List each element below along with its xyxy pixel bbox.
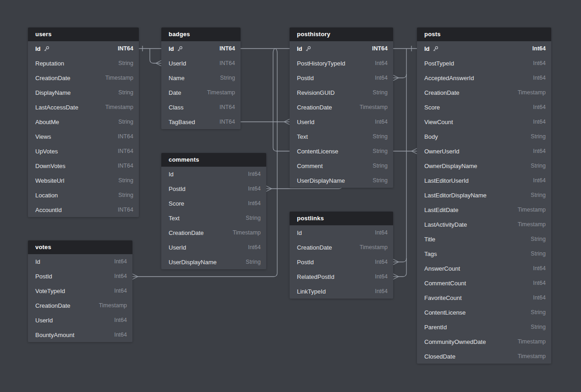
field-row-posthistory-Text[interactable]: TextString: [290, 129, 393, 144]
relationship-line-branch-to-badges-userid[interactable]: [150, 49, 156, 63]
field-row-comments-Text[interactable]: TextString: [161, 211, 266, 225]
field-row-badges-Id[interactable]: IdINT64: [161, 41, 241, 56]
field-row-posts-LastEditorUserId[interactable]: LastEditorUserIdInt64: [417, 173, 551, 188]
field-name: LastEditorDisplayName: [424, 192, 487, 199]
field-name: LastEditDate: [424, 207, 458, 213]
field-row-users-UpVotes[interactable]: UpVotesINT64: [28, 144, 139, 158]
many-cardinality-marker: [266, 189, 272, 191]
field-row-posts-CreationDate[interactable]: CreationDateTimestamp: [417, 85, 551, 100]
field-row-badges-UserId[interactable]: UserIdINT64: [161, 56, 241, 71]
many-cardinality-marker: [393, 262, 399, 265]
field-row-postlinks-RelatedPostId[interactable]: RelatedPostIdInt64: [290, 269, 393, 284]
field-row-comments-UserDisplayName[interactable]: UserDisplayNameString: [161, 255, 266, 269]
field-row-users-CreationDate[interactable]: CreationDateTimestamp: [28, 71, 139, 85]
field-name: LastAccessDate: [35, 104, 78, 111]
field-row-badges-Name[interactable]: NameString: [161, 71, 241, 85]
field-row-posts-PostTypeId[interactable]: PostTypeIdInt64: [417, 56, 551, 71]
table-header-posts[interactable]: posts: [417, 27, 551, 41]
field-row-users-AboutMe[interactable]: AboutMeString: [28, 114, 139, 129]
field-row-posts-Title[interactable]: TitleString: [417, 232, 551, 246]
table-comments[interactable]: commentsIdInt64PostIdInt64ScoreInt64Text…: [161, 153, 266, 269]
table-header-postlinks[interactable]: postlinks: [290, 212, 393, 225]
field-row-comments-PostId[interactable]: PostIdInt64: [161, 181, 266, 196]
field-row-posts-AnswerCount[interactable]: AnswerCountInt64: [417, 261, 551, 276]
field-row-comments-CreationDate[interactable]: CreationDateTimestamp: [161, 225, 266, 240]
relationship-line-posthistory-postid-join[interactable]: [399, 74, 406, 78]
field-row-votes-PostId[interactable]: PostIdInt64: [28, 269, 132, 283]
field-row-posts-LastActivityDate[interactable]: LastActivityDateTimestamp: [417, 217, 551, 232]
field-row-users-Id[interactable]: IdINT64: [28, 41, 139, 56]
field-row-posthistory-PostId[interactable]: PostIdInt64: [290, 71, 393, 85]
field-row-posthistory-Comment[interactable]: CommentString: [290, 158, 393, 173]
field-row-posts-LastEditorDisplayName[interactable]: LastEditorDisplayNameString: [417, 188, 551, 202]
field-type: INT64: [219, 45, 235, 52]
relationship-line-postlinks-relatedpostid-join[interactable]: [399, 273, 406, 277]
field-row-votes-UserId[interactable]: UserIdInt64: [28, 313, 132, 327]
table-votes[interactable]: votesIdInt64PostIdInt64VoteTypeIdInt64Cr…: [28, 240, 132, 342]
field-row-postlinks-LinkTypeId[interactable]: LinkTypeIdInt64: [290, 284, 393, 299]
field-type: String: [118, 60, 133, 66]
field-row-badges-Date[interactable]: DateTimestamp: [161, 85, 241, 100]
table-header-comments[interactable]: comments: [161, 153, 266, 167]
field-row-postlinks-CreationDate[interactable]: CreationDateTimestamp: [290, 240, 393, 255]
table-users[interactable]: usersIdINT64ReputationStringCreationDate…: [28, 27, 139, 217]
field-row-badges-Class[interactable]: ClassINT64: [161, 100, 241, 114]
field-name: UserId: [169, 60, 186, 67]
table-header-votes[interactable]: votes: [28, 240, 132, 254]
field-row-comments-UserId[interactable]: UserIdInt64: [161, 240, 266, 255]
field-row-votes-Id[interactable]: IdInt64: [28, 254, 132, 269]
field-row-users-Location[interactable]: LocationString: [28, 188, 139, 202]
field-row-users-DisplayName[interactable]: DisplayNameString: [28, 85, 139, 100]
field-row-votes-BountyAmount[interactable]: BountyAmountInt64: [28, 327, 132, 342]
field-row-posthistory-PostHistoryTypeId[interactable]: PostHistoryTypeIdInt64: [290, 56, 393, 71]
table-postlinks[interactable]: postlinksIdInt64CreationDateTimestampPos…: [290, 212, 393, 299]
field-name: LastActivityDate: [424, 221, 467, 228]
field-row-posthistory-UserDisplayName[interactable]: UserDisplayNameString: [290, 173, 393, 188]
field-name: Id: [35, 258, 40, 265]
field-row-posts-ContentLicense[interactable]: ContentLicenseString: [417, 305, 551, 320]
field-row-posthistory-ContentLicense[interactable]: ContentLicenseString: [290, 144, 393, 158]
field-row-posts-ViewCount[interactable]: ViewCountInt64: [417, 114, 551, 129]
field-name: Name: [169, 75, 185, 82]
field-row-users-Views[interactable]: ViewsINT64: [28, 129, 139, 144]
field-row-posts-Id[interactable]: IdInt64: [417, 41, 551, 56]
field-row-postlinks-Id[interactable]: IdInt64: [290, 225, 393, 240]
field-row-postlinks-PostId[interactable]: PostIdInt64: [290, 255, 393, 269]
field-row-posts-Tags[interactable]: TagsString: [417, 246, 551, 261]
schema-diagram-canvas[interactable]: usersIdINT64ReputationStringCreationDate…: [0, 0, 581, 392]
field-row-users-Reputation[interactable]: ReputationString: [28, 56, 139, 71]
field-row-posts-OwnerUserId[interactable]: OwnerUserIdInt64: [417, 144, 551, 158]
field-row-users-LastAccessDate[interactable]: LastAccessDateTimestamp: [28, 100, 139, 114]
field-row-posts-ClosedDate[interactable]: ClosedDateTimestamp: [417, 349, 551, 364]
table-posts[interactable]: postsIdInt64PostTypeIdInt64AcceptedAnswe…: [417, 27, 551, 364]
field-row-badges-TagBased[interactable]: TagBasedINT64: [161, 114, 241, 129]
table-posthistory[interactable]: posthistoryIdINT64PostHistoryTypeIdInt64…: [290, 27, 393, 188]
field-row-comments-Score[interactable]: ScoreInt64: [161, 196, 266, 211]
field-row-users-WebsiteUrl[interactable]: WebsiteUrlString: [28, 173, 139, 188]
field-row-posts-CommentCount[interactable]: CommentCountInt64: [417, 276, 551, 290]
field-row-votes-CreationDate[interactable]: CreationDateTimestamp: [28, 298, 132, 313]
field-row-posts-ParentId[interactable]: ParentIdString: [417, 320, 551, 334]
field-name: UserId: [169, 244, 186, 251]
field-row-posthistory-RevisionGUID[interactable]: RevisionGUIDString: [290, 85, 393, 100]
field-row-users-DownVotes[interactable]: DownVotesINT64: [28, 158, 139, 173]
table-header-badges[interactable]: badges: [161, 27, 241, 41]
table-badges[interactable]: badgesIdINT64UserIdINT64NameStringDateTi…: [161, 27, 241, 129]
field-row-posts-LastEditDate[interactable]: LastEditDateTimestamp: [417, 202, 551, 217]
field-row-posts-Score[interactable]: ScoreInt64: [417, 100, 551, 114]
field-row-users-AccountId[interactable]: AccountIdINT64: [28, 202, 139, 217]
field-row-posts-CommunityOwnedDate[interactable]: CommunityOwnedDateTimestamp: [417, 334, 551, 349]
field-row-posts-AcceptedAnswerId[interactable]: AcceptedAnswerIdInt64: [417, 71, 551, 85]
field-row-votes-VoteTypeId[interactable]: VoteTypeIdInt64: [28, 283, 132, 298]
field-row-posts-OwnerDisplayName[interactable]: OwnerDisplayNameString: [417, 158, 551, 173]
field-type: Int64: [114, 317, 127, 323]
field-row-posts-FavoriteCount[interactable]: FavoriteCountInt64: [417, 290, 551, 305]
field-row-posthistory-Id[interactable]: IdINT64: [290, 41, 393, 56]
field-row-comments-Id[interactable]: IdInt64: [161, 167, 266, 181]
field-row-posthistory-CreationDate[interactable]: CreationDateTimestamp: [290, 100, 393, 114]
relationship-line-postlinks-postid-join[interactable]: [399, 258, 406, 262]
table-header-posthistory[interactable]: posthistory: [290, 27, 393, 41]
field-row-posts-Body[interactable]: BodyString: [417, 129, 551, 144]
field-row-posthistory-UserId[interactable]: UserIdInt64: [290, 114, 393, 129]
table-header-users[interactable]: users: [28, 27, 139, 41]
